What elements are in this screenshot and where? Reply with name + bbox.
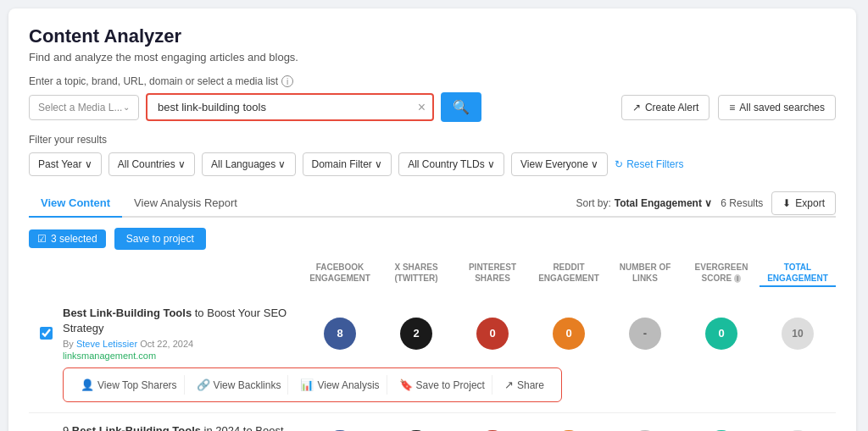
reset-icon: ↻ (615, 158, 623, 170)
analysis-icon: 📊 (300, 379, 314, 391)
article-row-2: 9 Best Link-Building Tools in 2024 to Bo… (29, 413, 836, 431)
total-bubble: 10 (782, 318, 814, 350)
article-1-reddit: 0 (531, 318, 607, 350)
filter-country-tlds[interactable]: All Country TLDs ∨ (398, 152, 504, 176)
tabs-row: View Content View Analysis Report Sort b… (29, 190, 836, 218)
article-row: Best Link-Building Tools to Boost Your S… (29, 296, 836, 413)
pinterest-bubble: 0 (476, 318, 509, 350)
backlinks-icon: 🔗 (197, 379, 210, 391)
filter-view-everyone[interactable]: View Everyone ∨ (511, 152, 608, 176)
article-2-info: 9 Best Link-Building Tools in 2024 to Bo… (63, 423, 302, 431)
article-1-info: Best Link-Building Tools to Boost Your S… (63, 306, 302, 361)
filter-label: Filter your results (29, 134, 836, 146)
save-to-project-link[interactable]: 🔖 Save to Project (392, 375, 492, 395)
selected-count: ☑ 3 selected (29, 229, 106, 248)
saved-searches-button[interactable]: ≡ All saved searches (718, 95, 836, 120)
top-sharers-icon: 👤 (81, 379, 94, 391)
article-1-author[interactable]: Steve Letissier (76, 339, 137, 349)
table-header: FACEBOOKENGAGEMENT X SHARES(TWITTER) PIN… (29, 257, 836, 292)
col-links: NUMBER OFLINKS (607, 262, 683, 287)
xshares-bubble: 2 (400, 318, 432, 350)
share-icon: ↗ (504, 379, 514, 391)
article-1-domain: linksmanagement.com (63, 351, 302, 361)
view-analysis-link[interactable]: 📊 View Analysis (293, 375, 387, 395)
evergreen-bubble: 0 (705, 318, 737, 350)
col-facebook: FACEBOOKENGAGEMENT (302, 262, 378, 287)
search-row: Select a Media L... ⌄ × 🔍 ↗ Create Alert… (29, 92, 836, 122)
search-button[interactable]: 🔍 (441, 92, 481, 122)
clear-icon[interactable]: × (418, 101, 426, 114)
checkbox-icon: ☑ (37, 233, 47, 245)
article-1-checkbox[interactable] (29, 327, 63, 340)
article-1-total: 10 (760, 318, 836, 350)
media-list-select[interactable]: Select a Media L... ⌄ (29, 95, 139, 120)
tab-view-content[interactable]: View Content (29, 190, 122, 218)
page-title: Content Analyzer (29, 25, 836, 47)
chevron-down-icon: ⌄ (123, 102, 130, 112)
filter-domain[interactable]: Domain Filter ∨ (303, 152, 392, 176)
article-grid: Best Link-Building Tools to Boost Your S… (29, 306, 836, 361)
article-1-meta: By Steve Letissier Oct 22, 2024 (63, 339, 302, 349)
article-2-title: 9 Best Link-Building Tools in 2024 to Bo… (63, 423, 302, 431)
article-1-title: Best Link-Building Tools to Boost Your S… (63, 306, 302, 336)
article-1-facebook: 8 (302, 318, 378, 350)
article-1-evergreen: 0 (683, 318, 760, 350)
input-label: Enter a topic, brand, URL, domain or sel… (29, 75, 836, 87)
col-evergreen: EVERGREENSCORE i (683, 262, 760, 287)
filter-all-languages[interactable]: All Languages ∨ (202, 152, 295, 176)
tabs-right: Sort by: Total Engagement ∨ 6 Results ⬇ … (576, 191, 836, 215)
info-icon[interactable]: i (281, 75, 293, 87)
results-count: 6 Results (721, 197, 763, 209)
export-button[interactable]: ⬇ Export (771, 191, 836, 215)
reddit-bubble: 0 (553, 318, 585, 350)
download-icon: ⬇ (782, 197, 791, 209)
tab-view-analysis[interactable]: View Analysis Report (122, 190, 249, 218)
save-project-icon: 🔖 (399, 379, 413, 391)
article-1-links: - (607, 318, 683, 350)
view-backlinks-link[interactable]: 🔗 View Backlinks (190, 375, 289, 395)
selected-bar: ☑ 3 selected Save to project (29, 228, 836, 250)
filters-row: Past Year ∨ All Countries ∨ All Language… (29, 152, 836, 176)
filter-past-year[interactable]: Past Year ∨ (29, 152, 102, 176)
search-input-wrapper: × (146, 93, 434, 121)
article-1-xshares: 2 (378, 318, 454, 350)
list-icon: ≡ (729, 102, 735, 113)
col-pinterest: PINTERESTSHARES (454, 262, 531, 287)
article-1-actions: 👤 View Top Sharers 🔗 View Backlinks 📊 Vi… (63, 367, 562, 402)
page-subtitle: Find and analyze the most engaging artic… (29, 51, 836, 64)
alert-icon: ↗ (632, 102, 641, 113)
search-input[interactable] (154, 95, 418, 119)
save-to-project-button[interactable]: Save to project (114, 228, 206, 250)
article-2-grid: 9 Best Link-Building Tools in 2024 to Bo… (29, 423, 836, 431)
sort-by: Sort by: Total Engagement ∨ (576, 197, 712, 209)
article-1-pinterest: 0 (454, 318, 531, 350)
create-alert-button[interactable]: ↗ Create Alert (621, 95, 709, 120)
sort-link[interactable]: Total Engagement ∨ (615, 197, 712, 209)
filter-all-countries[interactable]: All Countries ∨ (108, 152, 195, 176)
header-actions: ↗ Create Alert ≡ All saved searches (621, 95, 836, 120)
facebook-bubble: 8 (324, 318, 356, 350)
col-total-engagement: TOTALENGAGEMENT (760, 262, 836, 287)
reset-filters-button[interactable]: ↻ Reset Filters (615, 158, 683, 170)
links-bubble: - (629, 318, 661, 350)
col-xshares: X SHARES(TWITTER) (378, 262, 454, 287)
share-link[interactable]: ↗ Share (498, 375, 551, 395)
col-reddit: REDDITENGAGEMENT (531, 262, 607, 287)
view-top-sharers-link[interactable]: 👤 View Top Sharers (74, 375, 185, 395)
